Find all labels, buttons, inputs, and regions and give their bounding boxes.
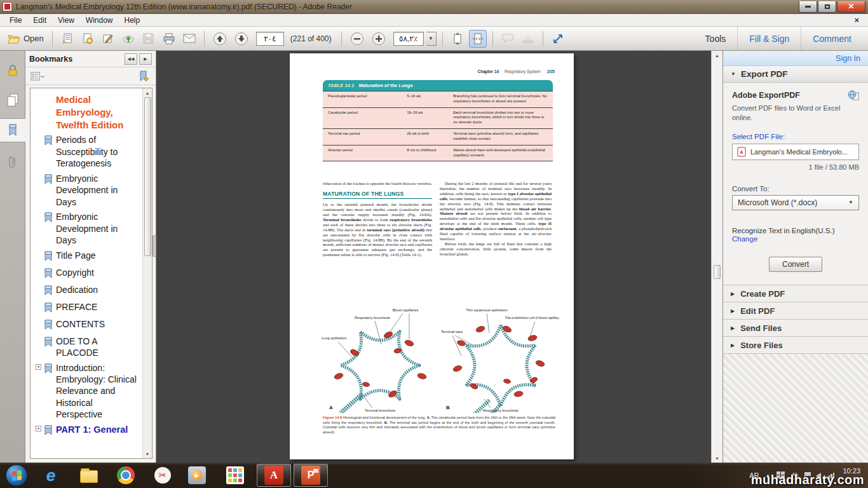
bookmark-item[interactable]: Medical Embryology, Twelfth Edition [36, 93, 140, 131]
comment-bubble-button[interactable] [499, 30, 517, 48]
save-button[interactable] [140, 30, 158, 48]
export-pdf-section-header[interactable]: ▼ Export PDF [723, 66, 868, 83]
file-explorer-icon[interactable] [78, 464, 100, 486]
zoom-level-input[interactable] [393, 32, 424, 46]
navigation-icon-strip [0, 51, 25, 463]
fullscreen-arrows-icon [552, 32, 564, 45]
open-button[interactable]: Open [5, 30, 46, 48]
adobe-reader-icon: A [264, 466, 283, 485]
bookmark-item[interactable]: Embryonic Development in Days [36, 173, 140, 208]
separator [204, 31, 205, 46]
tools-button[interactable]: Tools [694, 27, 738, 50]
collapse-panel-button[interactable]: ◀◀ [125, 53, 137, 65]
upload-cloud-button[interactable] [119, 30, 137, 48]
table-row: Alveolar period 8 mo to childhood Mature… [323, 145, 553, 162]
convert-format-dropdown[interactable]: Microsoft Word (*.docx) ▼ [732, 195, 859, 210]
print-button[interactable] [160, 30, 178, 48]
page-running-header: Chapter 14 Respiratory System 205 [478, 69, 555, 74]
new-bookmark-button[interactable] [138, 71, 151, 82]
app-grid-icon[interactable] [224, 464, 247, 486]
bookmark-item[interactable]: Dedication [36, 284, 140, 298]
bookmark-item[interactable]: + PART 1: General [36, 424, 140, 438]
zoom-out-button[interactable] [348, 30, 367, 48]
bookmark-item[interactable]: Copyright [36, 267, 140, 281]
comment-panel-button[interactable]: Comment [801, 27, 863, 50]
bookmark-item[interactable]: Embryonic Development in Days [36, 211, 140, 246]
expand-toggle-icon[interactable]: + [36, 364, 41, 370]
export-file-button[interactable] [58, 30, 76, 48]
convert-button[interactable]: Convert [769, 257, 822, 272]
chrome-icon[interactable] [114, 464, 137, 486]
convert-to-label: Convert To: [732, 185, 859, 193]
page-thumbnails-tab[interactable] [0, 88, 25, 112]
cell-desc: Branching has continued to form terminal… [453, 94, 548, 104]
change-language-link[interactable]: Change [732, 235, 859, 243]
fit-page-button[interactable] [469, 30, 487, 48]
window-controls: ✕ [798, 1, 865, 13]
scroll-up-icon[interactable]: ▲ [713, 51, 721, 60]
scroll-thumb[interactable] [144, 97, 151, 256]
page-number-input[interactable] [256, 32, 284, 46]
next-page-button[interactable] [232, 30, 251, 48]
adobe-reader-taskbar-button[interactable]: A [257, 464, 291, 487]
email-button[interactable] [180, 30, 198, 48]
sign-in-link[interactable]: Sign In [836, 54, 860, 63]
bookmarks-toolbar [25, 67, 156, 85]
bookmark-item[interactable]: + Introduction: Embryology: Clinical Rel… [36, 362, 140, 421]
cell-period: Pseudoglandular period [328, 94, 407, 104]
minimize-button[interactable] [799, 1, 817, 13]
menu-help[interactable]: Help [119, 15, 146, 26]
document-close-icon[interactable]: × [849, 15, 864, 25]
selected-file-box[interactable]: A Langman's Medical Embryolo... [732, 144, 859, 160]
bookmark-item[interactable]: Title Page [36, 250, 140, 264]
sign-button[interactable] [99, 30, 117, 48]
start-button[interactable] [5, 464, 28, 486]
close-button[interactable]: ✕ [837, 1, 865, 13]
create-pdf-button[interactable] [79, 30, 97, 48]
arrow-up-icon [213, 32, 227, 46]
bookmark-item[interactable]: CONTENTS [36, 318, 140, 332]
zoom-in-button[interactable] [369, 30, 388, 48]
scroll-up-icon[interactable]: ▲ [144, 88, 152, 97]
expand-toggle-icon[interactable]: + [36, 426, 41, 431]
security-lock-icon[interactable] [0, 58, 25, 83]
bookmarks-scrollbar[interactable]: ▲ ▼ [142, 88, 152, 458]
scrolling-mode-button[interactable] [449, 30, 466, 48]
bookmark-item[interactable]: Periods of Susceptibility to Teratogenes… [36, 134, 140, 169]
bookmark-options-button[interactable] [31, 71, 44, 81]
snipping-tool-icon[interactable]: ✂ [151, 464, 174, 486]
expand-panel-button[interactable]: ▶ [139, 53, 152, 65]
fill-sign-button[interactable]: Fill & Sign [737, 27, 801, 50]
zoom-dropdown-button[interactable]: ▼ [426, 32, 437, 46]
bookmark-flag-icon [44, 268, 53, 281]
send-files-section[interactable]: ▶ Send Files [723, 319, 868, 336]
right-paragraph-2: Before birth, the lungs are full of flui… [440, 241, 552, 257]
scroll-down-icon[interactable]: ▼ [144, 449, 152, 458]
fullscreen-button[interactable] [549, 30, 567, 48]
scroll-thumb[interactable] [714, 265, 721, 279]
previous-page-button[interactable] [210, 30, 229, 48]
bookmark-item[interactable]: PREFACE [36, 301, 140, 315]
arrow-down-icon [234, 32, 248, 46]
scroll-down-icon[interactable]: ▼ [713, 454, 721, 463]
panel-hatched-area [723, 353, 868, 463]
menu-view[interactable]: View [52, 15, 80, 26]
restore-button[interactable] [818, 1, 836, 13]
attachments-tab[interactable] [0, 150, 25, 174]
internet-explorer-icon[interactable]: e [39, 464, 62, 486]
powerpoint-taskbar-button[interactable]: P [294, 464, 328, 487]
edit-pdf-section[interactable]: ▶ Edit PDF [723, 302, 868, 319]
bookmark-label: Dedication [56, 284, 98, 295]
cell-period: Terminal sac period [328, 132, 407, 142]
bookmarks-tab[interactable] [0, 118, 25, 142]
menu-window[interactable]: Window [80, 15, 119, 26]
create-pdf-section[interactable]: ▶ Create PDF [723, 285, 868, 302]
stamp-button[interactable] [519, 30, 537, 48]
document-scrollbar[interactable]: ▲ ▼ [711, 51, 722, 463]
menu-file[interactable]: File [4, 15, 27, 26]
media-player-icon[interactable]: ▶ [186, 464, 208, 486]
bookmark-item[interactable]: ODE TO A PLACODE [36, 336, 140, 359]
left-paragraph: Up to the seventh prenatal month, the br… [323, 202, 432, 257]
store-files-section[interactable]: ▶ Store Files [723, 336, 868, 353]
menu-edit[interactable]: Edit [27, 15, 52, 26]
